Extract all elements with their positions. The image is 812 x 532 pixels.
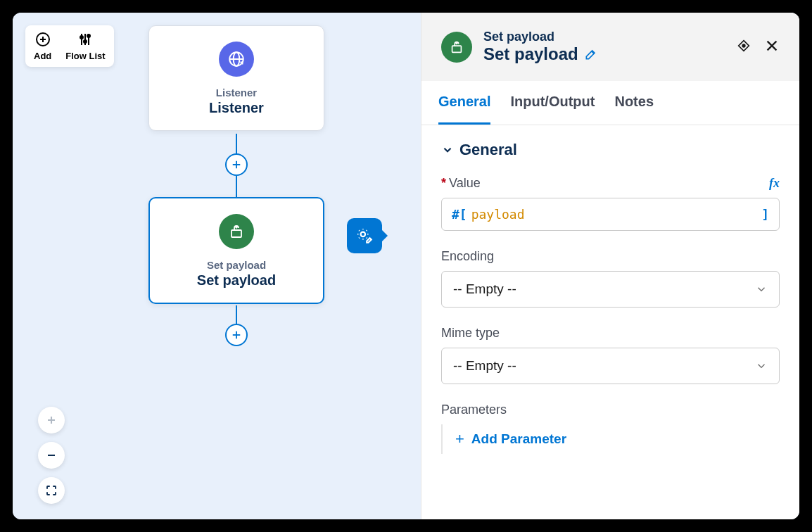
plus-circle-icon — [34, 31, 51, 48]
node-type: Listener — [216, 87, 257, 99]
zoom-controls — [38, 407, 65, 504]
connector — [236, 305, 237, 324]
connector — [236, 176, 237, 197]
field-encoding: Encoding -- Empty -- — [441, 249, 780, 308]
chevron-down-icon — [755, 283, 768, 296]
properties-panel: Set payload Set payload General Input/Ou… — [421, 13, 799, 519]
app-window: Add Flow List Listener Listener Set payl… — [13, 13, 799, 519]
mime-label: Mime type — [441, 326, 780, 341]
panel-title: Set payload — [483, 44, 725, 64]
mime-value: -- Empty -- — [453, 358, 516, 374]
add-label: Add — [34, 51, 51, 61]
panel-tabs: General Input/Output Notes — [421, 81, 799, 125]
globe-icon — [219, 42, 254, 77]
close-button[interactable] — [764, 38, 780, 56]
section-general[interactable]: General — [441, 141, 780, 159]
field-label: * Value fx — [441, 176, 780, 191]
panel-body: General * Value fx #[ payload ] Encoding… — [421, 125, 799, 519]
sliders-icon — [77, 31, 94, 48]
mime-select[interactable]: -- Empty -- — [441, 348, 780, 384]
edit-icon[interactable] — [584, 47, 598, 61]
plus-icon — [230, 158, 243, 171]
field-value: * Value fx #[ payload ] — [441, 176, 780, 231]
svg-point-8 — [87, 34, 90, 37]
svg-rect-14 — [231, 230, 241, 237]
panel-subtitle: Set payload — [483, 30, 725, 44]
node-label: Listener — [209, 100, 264, 116]
payload-icon — [219, 214, 254, 249]
add-node-button[interactable] — [225, 153, 248, 176]
svg-point-7 — [84, 40, 87, 43]
flowlist-button[interactable]: Flow List — [65, 31, 105, 61]
plus-icon — [230, 329, 243, 341]
plus-icon — [44, 413, 58, 427]
field-parameters: Parameters + Add Parameter — [441, 403, 780, 454]
expr-close: ] — [761, 207, 769, 222]
svg-point-22 — [742, 44, 745, 47]
add-param-label: Add Parameter — [471, 431, 566, 447]
tab-io[interactable]: Input/Output — [510, 81, 595, 125]
config-badge[interactable] — [347, 218, 382, 253]
plus-icon: + — [455, 430, 464, 448]
svg-point-6 — [80, 36, 83, 39]
gear-edit-icon — [355, 227, 374, 245]
add-parameter-button[interactable]: + Add Parameter — [441, 424, 780, 454]
panel-titles: Set payload Set payload — [483, 30, 725, 64]
expr-content: payload — [471, 207, 525, 222]
value-input[interactable]: #[ payload ] — [441, 198, 780, 231]
fx-icon[interactable]: fx — [769, 176, 780, 191]
flow-canvas[interactable]: Add Flow List Listener Listener Set payl… — [13, 13, 421, 519]
add-node-button[interactable] — [225, 324, 248, 346]
required-indicator: * — [441, 176, 446, 191]
svg-point-15 — [361, 232, 366, 237]
value-label: Value — [449, 176, 481, 191]
section-title: General — [459, 141, 517, 159]
locate-button[interactable] — [736, 38, 751, 56]
encoding-value: -- Empty -- — [453, 281, 516, 297]
panel-header: Set payload Set payload — [421, 13, 799, 81]
encoding-select[interactable]: -- Empty -- — [441, 271, 780, 308]
crosshair-icon — [736, 38, 751, 53]
expr-open: #[ — [452, 207, 467, 222]
panel-actions — [736, 38, 780, 56]
zoom-out-button[interactable] — [38, 442, 65, 469]
canvas-toolbar: Add Flow List — [25, 25, 114, 67]
svg-rect-21 — [452, 46, 462, 52]
flowlist-label: Flow List — [65, 51, 105, 61]
tab-general[interactable]: General — [438, 81, 490, 125]
chevron-down-icon — [755, 360, 768, 372]
fit-view-button[interactable] — [38, 477, 65, 504]
node-setpayload[interactable]: Set payload Set payload — [148, 197, 324, 304]
payload-icon — [441, 32, 472, 63]
maximize-icon — [45, 484, 58, 497]
encoding-label: Encoding — [441, 249, 780, 264]
tab-notes[interactable]: Notes — [614, 81, 654, 125]
minus-icon — [44, 448, 58, 462]
node-label: Set payload — [197, 272, 276, 289]
add-button[interactable]: Add — [34, 31, 51, 61]
node-listener[interactable]: Listener Listener — [148, 25, 324, 131]
zoom-in-button[interactable] — [38, 407, 65, 433]
close-icon — [764, 38, 780, 53]
parameters-label: Parameters — [441, 403, 780, 417]
chevron-down-icon — [441, 144, 454, 156]
panel-title-text: Set payload — [483, 44, 578, 64]
field-mime: Mime type -- Empty -- — [441, 326, 780, 384]
node-type: Set payload — [207, 259, 266, 271]
